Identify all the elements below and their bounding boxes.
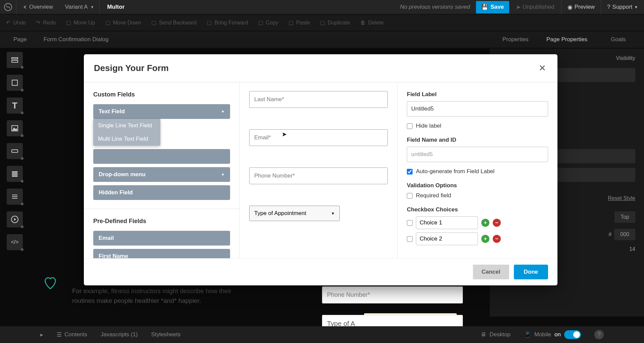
text-field-dropdown[interactable]: Text Field [93, 104, 230, 119]
delete-button[interactable]: 🗑Delete [360, 20, 384, 26]
fwd-icon: ▢ [207, 19, 212, 26]
field-name-id-heading: Field Name and ID [407, 137, 548, 143]
support-label: Support [612, 4, 633, 10]
alignment-value[interactable]: Top [614, 211, 635, 223]
hidden-field-pill[interactable]: Hidden Field [93, 185, 230, 200]
done-button[interactable]: Done [514, 265, 548, 279]
box-tool-icon[interactable] [7, 75, 23, 91]
bringfwd-button[interactable]: ▢Bring Forward [207, 19, 248, 26]
save-button[interactable]: 💾 Save [476, 1, 509, 13]
chevron-down-icon: ▼ [634, 5, 638, 9]
lastname-preview-input[interactable] [249, 91, 388, 108]
mobile-toggle[interactable]: 📱 Mobile on [524, 330, 581, 339]
form-preview-column: Type of Appointment ▼ [240, 82, 397, 258]
overview-button[interactable]: Overview [16, 0, 60, 14]
remove-choice-icon[interactable]: − [493, 235, 501, 243]
choice2-checkbox[interactable] [407, 236, 413, 242]
add-choice-icon[interactable]: + [481, 219, 489, 227]
hide-label-checkbox[interactable] [407, 123, 413, 129]
cancel-button[interactable]: Cancel [473, 265, 509, 279]
section-tool-icon[interactable] [7, 52, 23, 68]
save-label: Save [490, 4, 504, 10]
mobile-switch[interactable] [564, 330, 581, 339]
properties-tab[interactable]: Properties [490, 31, 541, 48]
choice1-checkbox[interactable] [407, 220, 413, 226]
save-status-text: No previous versions saved [400, 4, 476, 10]
javascripts-button[interactable]: Javascripts (1) [101, 331, 138, 338]
field-label-input[interactable] [407, 101, 548, 117]
text-field-submenu: Single Line Text Field Multi Line Text F… [93, 119, 160, 146]
variant-dropdown[interactable]: Variant A ▼ [60, 0, 100, 14]
chevron-down-icon: ▼ [331, 211, 335, 215]
multi-line-option[interactable]: Multi Line Text Field [93, 132, 160, 146]
custom-fields-heading: Custom Fields [93, 91, 230, 98]
undo-button[interactable]: ↶Undo [6, 19, 26, 26]
modal-footer: Cancel Done [84, 258, 557, 285]
sendback-button[interactable]: ▢Send Backward [151, 19, 197, 26]
movedown-button[interactable]: ▢Move Down [105, 19, 141, 26]
copy-button[interactable]: ▢Copy [258, 19, 278, 26]
dropdown-menu-field[interactable]: Drop-down menu [93, 167, 230, 182]
desktop-toggle[interactable]: 🖥 Desktop [481, 331, 511, 338]
modal-title: Design Your Form [94, 63, 169, 73]
svg-rect-9 [12, 176, 17, 177]
unpublished-button[interactable]: ➤ Unpublished [509, 0, 561, 14]
form-tool-icon[interactable] [7, 166, 23, 182]
fontsize-value[interactable]: 14 [629, 246, 635, 252]
choice-row-1: + − [407, 216, 548, 229]
redo-button[interactable]: ↷Redo [36, 19, 56, 26]
close-icon[interactable]: ✕ [537, 62, 547, 75]
goals-tab[interactable]: Goals [593, 31, 644, 48]
copy-icon: ▢ [258, 19, 263, 26]
cursor-icon: ➤ [282, 131, 287, 138]
duplicate-button[interactable]: ▢Duplicate [320, 19, 350, 26]
text-tool-icon[interactable]: T [7, 97, 23, 114]
bg-benefit-text: For example, fitness instructors might d… [72, 286, 247, 305]
svg-marker-14 [14, 218, 16, 221]
required-checkbox[interactable] [407, 193, 413, 199]
project-name: Multor [100, 4, 124, 10]
svg-marker-5 [12, 128, 17, 130]
appointment-preview-select[interactable]: Type of Appointment ▼ [249, 206, 340, 221]
autogen-checkbox[interactable] [407, 169, 413, 175]
single-line-option[interactable]: Single Line Text Field [93, 119, 160, 132]
svg-rect-2 [12, 60, 18, 62]
page-properties-tab[interactable]: Page Properties [541, 31, 592, 48]
firstname-field-pill[interactable]: First Name [93, 249, 230, 258]
eye-icon: ◉ [568, 4, 573, 11]
field-types-column: Custom Fields Text Field Single Line Tex… [84, 82, 240, 258]
paste-button[interactable]: ▢Paste [288, 19, 310, 26]
list-tool-icon[interactable] [7, 189, 23, 205]
page-tab[interactable]: Page [13, 36, 27, 43]
button-tool-icon[interactable] [7, 143, 23, 159]
help-icon[interactable]: ? [594, 330, 604, 339]
svg-rect-8 [12, 174, 17, 175]
dialog-tab[interactable]: Form Confirmation Dialog [44, 36, 109, 43]
moveup-button[interactable]: ▢Move Up [66, 19, 95, 26]
trash-icon: 🗑 [360, 20, 366, 26]
code-tool-icon[interactable]: </> [7, 234, 23, 250]
svg-rect-7 [12, 172, 17, 173]
contents-button[interactable]: ☰ Contents [57, 331, 87, 338]
preview-button[interactable]: ◉ Preview [561, 0, 601, 14]
support-dropdown[interactable]: ? Support ▼ [601, 0, 644, 14]
save-icon: 💾 [481, 4, 488, 11]
image-tool-icon[interactable] [7, 120, 23, 136]
down-icon: ▢ [105, 19, 110, 26]
color-value[interactable]: 000 [614, 229, 635, 240]
add-choice-icon[interactable]: + [481, 235, 489, 243]
field-name-id-input[interactable] [407, 147, 548, 162]
video-tool-icon[interactable] [7, 211, 23, 227]
stylesheets-button[interactable]: Stylesheets [151, 331, 181, 338]
email-field-pill[interactable]: Email [93, 231, 230, 246]
blank-field-pill[interactable] [93, 149, 230, 164]
expand-icon[interactable]: ▸ [40, 331, 43, 338]
redo-icon: ↷ [36, 19, 40, 26]
app-logo[interactable] [0, 3, 16, 11]
email-preview-input[interactable] [249, 129, 388, 146]
choice2-input[interactable] [416, 232, 478, 245]
choice1-input[interactable] [416, 216, 478, 229]
phone-preview-input[interactable] [249, 167, 388, 184]
remove-choice-icon[interactable]: − [493, 219, 501, 227]
checkbox-choices-heading: Checkbox Choices [407, 206, 548, 213]
